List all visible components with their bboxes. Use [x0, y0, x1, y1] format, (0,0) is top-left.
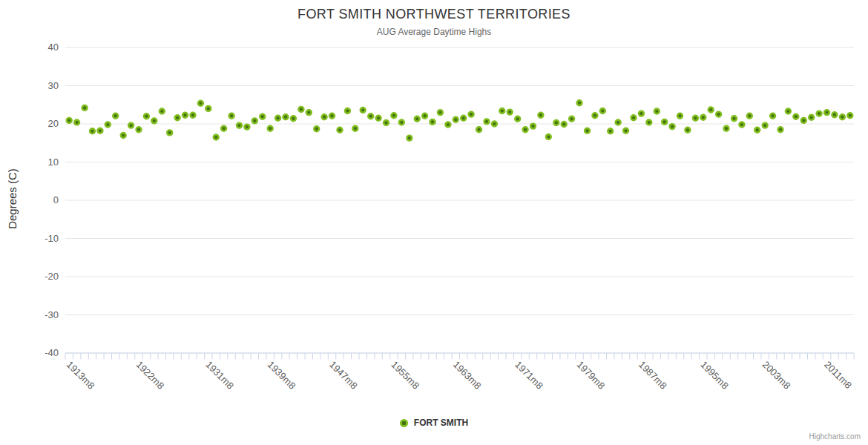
data-point[interactable] — [283, 114, 289, 119]
data-point[interactable] — [376, 116, 381, 121]
data-point[interactable] — [368, 113, 373, 119]
data-point[interactable] — [708, 108, 714, 113]
data-point[interactable] — [345, 108, 350, 113]
data-point[interactable] — [167, 131, 172, 136]
data-point[interactable] — [685, 128, 691, 133]
data-point[interactable] — [275, 116, 280, 121]
data-point[interactable] — [314, 126, 319, 131]
data-point[interactable] — [137, 127, 142, 132]
data-point[interactable] — [716, 112, 721, 117]
data-point[interactable] — [121, 133, 126, 138]
data-point[interactable] — [740, 122, 745, 128]
data-point[interactable] — [847, 113, 852, 118]
data-point[interactable] — [214, 135, 219, 140]
data-point[interactable] — [677, 113, 683, 119]
data-point[interactable] — [415, 116, 420, 122]
data-point[interactable] — [639, 111, 644, 116]
data-point[interactable] — [260, 114, 265, 119]
data-point[interactable] — [128, 123, 134, 128]
data-point[interactable] — [469, 112, 474, 117]
data-point[interactable] — [74, 120, 79, 125]
data-point[interactable] — [98, 128, 103, 134]
data-point[interactable] — [407, 136, 412, 141]
data-point[interactable] — [539, 113, 544, 118]
data-point[interactable] — [824, 110, 829, 115]
data-point[interactable] — [793, 114, 798, 119]
data-point[interactable] — [306, 110, 312, 115]
data-point[interactable] — [484, 119, 490, 125]
data-point[interactable] — [160, 109, 165, 114]
data-point[interactable] — [693, 116, 698, 121]
data-point[interactable] — [352, 126, 358, 131]
data-point[interactable] — [817, 111, 822, 116]
data-point[interactable] — [569, 116, 574, 122]
data-point[interactable] — [553, 120, 559, 125]
data-point[interactable] — [221, 126, 226, 131]
data-point[interactable] — [291, 116, 296, 121]
data-point[interactable] — [585, 128, 590, 134]
data-point[interactable] — [67, 118, 72, 123]
data-point[interactable] — [492, 122, 497, 127]
data-point[interactable] — [245, 125, 250, 130]
data-point[interactable] — [731, 116, 737, 121]
data-point[interactable] — [252, 119, 257, 124]
highcharts-credit-link[interactable]: Highcharts.com — [809, 432, 861, 441]
data-point[interactable] — [646, 120, 651, 125]
data-point[interactable] — [593, 113, 598, 118]
data-point[interactable] — [198, 101, 203, 106]
data-point[interactable] — [392, 113, 397, 118]
data-point[interactable] — [786, 109, 791, 114]
data-point[interactable] — [237, 123, 242, 128]
data-point[interactable] — [801, 118, 806, 123]
data-point[interactable] — [399, 120, 404, 125]
data-point[interactable] — [329, 113, 335, 119]
data-point[interactable] — [430, 119, 435, 125]
data-point[interactable] — [809, 115, 814, 120]
data-point[interactable] — [422, 113, 427, 119]
data-point[interactable] — [229, 113, 234, 119]
data-point[interactable] — [453, 117, 458, 122]
legend[interactable]: FORT SMITH — [0, 418, 868, 428]
data-point[interactable] — [144, 113, 149, 119]
data-point[interactable] — [623, 128, 628, 134]
data-point[interactable] — [515, 116, 520, 122]
data-point[interactable] — [322, 114, 327, 119]
data-point[interactable] — [616, 120, 621, 125]
data-point[interactable] — [662, 119, 667, 125]
data-point[interactable] — [206, 106, 211, 111]
data-point[interactable] — [361, 108, 366, 113]
data-point[interactable] — [778, 127, 783, 132]
data-point[interactable] — [631, 115, 637, 120]
data-point[interactable] — [268, 126, 273, 131]
data-point[interactable] — [700, 115, 706, 120]
data-point[interactable] — [832, 112, 838, 117]
data-point[interactable] — [770, 113, 775, 119]
data-point[interactable] — [654, 109, 660, 114]
data-point[interactable] — [175, 115, 180, 120]
data-point[interactable] — [747, 113, 752, 119]
data-point[interactable] — [299, 107, 304, 112]
data-point[interactable] — [507, 110, 513, 115]
data-point[interactable] — [754, 128, 760, 133]
data-point[interactable] — [183, 113, 188, 118]
data-point[interactable] — [384, 120, 389, 125]
data-point[interactable] — [499, 108, 504, 113]
data-point[interactable] — [446, 122, 451, 128]
data-point[interactable] — [338, 128, 343, 133]
data-point[interactable] — [724, 126, 729, 131]
data-point[interactable] — [105, 122, 111, 128]
data-point[interactable] — [90, 128, 95, 134]
data-point[interactable] — [546, 134, 551, 139]
data-point[interactable] — [151, 119, 157, 124]
data-point[interactable] — [476, 127, 481, 132]
data-point[interactable] — [461, 116, 466, 121]
data-point[interactable] — [763, 123, 768, 128]
data-point[interactable] — [523, 127, 528, 132]
data-point[interactable] — [113, 113, 118, 119]
data-point[interactable] — [600, 108, 605, 113]
data-point[interactable] — [191, 113, 196, 118]
data-point[interactable] — [438, 110, 443, 115]
data-point[interactable] — [608, 128, 613, 134]
data-point[interactable] — [840, 114, 845, 119]
data-point[interactable] — [82, 105, 88, 111]
